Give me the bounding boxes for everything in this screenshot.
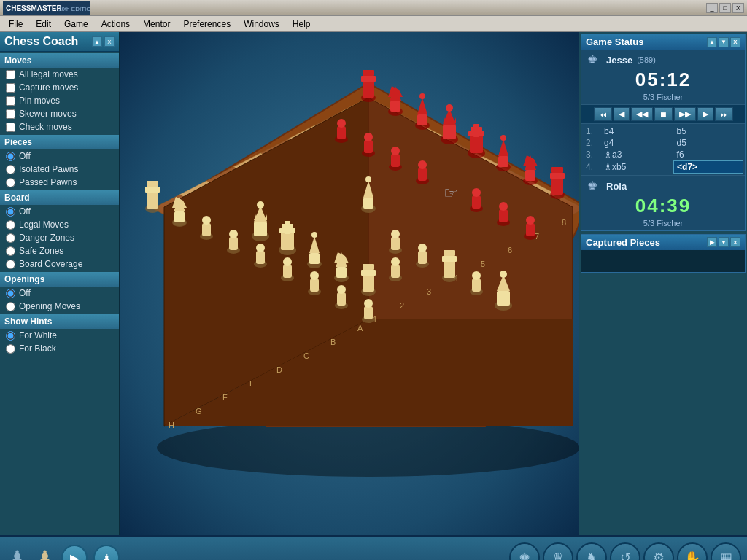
menu-help[interactable]: Help	[287, 18, 317, 31]
go-to-end-button[interactable]: ⏭	[715, 107, 733, 121]
for-black-radio[interactable]: For Black	[0, 342, 119, 355]
openings-off-input[interactable]	[6, 289, 15, 298]
svg-rect-172	[147, 190, 158, 209]
maximize-button[interactable]: □	[719, 3, 731, 13]
prev-move-button[interactable]: ◀	[614, 107, 630, 121]
chess-board-area[interactable]: A B C D E F G H 8 7 6 5 4 3 2 1	[120, 32, 579, 535]
svg-rect-139	[472, 195, 481, 209]
skewer-moves-input[interactable]	[6, 109, 15, 119]
all-legal-moves-input[interactable]	[6, 70, 15, 79]
menu-file[interactable]: File	[3, 18, 28, 31]
table-row[interactable]: 1. b4 b5	[583, 125, 743, 137]
play-button[interactable]: ▶	[61, 545, 88, 560]
menu-actions[interactable]: Actions	[96, 18, 136, 31]
for-white-radio[interactable]: For White	[0, 329, 119, 342]
hand-icon-button[interactable]: ✋	[677, 542, 708, 560]
chess-coach-collapse-button[interactable]: ▲	[92, 36, 102, 47]
chess-coach-close-button[interactable]: X	[104, 36, 115, 47]
next-move-button[interactable]: ▶	[697, 107, 713, 121]
svg-rect-211	[418, 251, 427, 264]
black-move[interactable]: f6	[674, 149, 743, 161]
passed-pawns-input[interactable]	[6, 178, 15, 187]
black-move[interactable]: d5	[674, 137, 743, 149]
next-fast-button[interactable]: ▶▶	[674, 107, 696, 121]
chess-coach-title: Chess Coach	[4, 35, 78, 48]
king-icon-button[interactable]: ♚	[509, 542, 540, 560]
chess-board[interactable]: A B C D E F G H 8 7 6 5 4 3 2 1	[135, 39, 579, 491]
check-moves-input[interactable]	[6, 122, 15, 132]
svg-text:2: 2	[400, 301, 404, 310]
menu-preferences[interactable]: Preferences	[177, 18, 236, 31]
svg-point-164	[310, 271, 319, 280]
legal-moves-radio[interactable]: Legal Moves	[0, 218, 119, 231]
board-coverage-input[interactable]	[6, 260, 15, 269]
safe-zones-radio[interactable]: Safe Zones	[0, 244, 119, 257]
knight-icon-button[interactable]: ♞	[576, 542, 607, 560]
menu-game[interactable]: Game	[58, 18, 94, 31]
board-off-radio[interactable]: Off	[0, 205, 119, 218]
passed-pawns-radio[interactable]: Passed Pawns	[0, 176, 119, 189]
player1-name: Jesse	[606, 55, 632, 66]
white-move[interactable]: ♗a3	[601, 149, 674, 161]
stop-button[interactable]: ⏹	[654, 107, 673, 121]
moves-section-header: Moves	[0, 53, 119, 68]
white-move[interactable]: ♗xb5	[601, 161, 674, 174]
svg-text:5: 5	[481, 260, 485, 268]
menu-edit[interactable]: Edit	[30, 18, 57, 31]
black-move-highlight[interactable]: <d7>	[674, 161, 743, 174]
all-legal-moves-checkbox[interactable]: All legal moves	[0, 68, 119, 81]
board-off-input[interactable]	[6, 207, 15, 217]
menu-mentor[interactable]: Mentor	[137, 18, 176, 31]
svg-rect-201	[336, 267, 347, 278]
prev-fast-button[interactable]: ◀◀	[631, 107, 653, 121]
queen-icon-button[interactable]: ♛	[543, 542, 573, 560]
table-row[interactable]: 4. ♗xb5 <d7>	[583, 161, 743, 174]
captured-expand-button[interactable]: ▶	[707, 237, 717, 247]
white-move[interactable]: g4	[601, 137, 674, 149]
safe-zones-input[interactable]	[6, 246, 15, 256]
captured-close-button[interactable]: X	[730, 237, 740, 247]
game-status-up-button[interactable]: ▲	[707, 37, 717, 47]
board-coverage-radio[interactable]: Board Coverage	[0, 257, 119, 271]
analysis-icon-button[interactable]: ⚙	[643, 542, 674, 560]
red-rook-a8	[361, 70, 376, 102]
for-black-input[interactable]	[6, 344, 15, 354]
capture-moves-input[interactable]	[6, 83, 15, 93]
pin-moves-checkbox[interactable]: Pin moves	[0, 94, 119, 107]
pieces-off-radio[interactable]: Off	[0, 149, 119, 163]
game-status-close-button[interactable]: X	[730, 37, 740, 47]
moves-icon-button[interactable]: ↺	[610, 542, 640, 560]
skewer-moves-checkbox[interactable]: Skewer moves	[0, 107, 119, 120]
menu-windows[interactable]: Windows	[238, 18, 285, 31]
book-button[interactable]: ♟	[93, 545, 120, 560]
isolated-pawns-input[interactable]	[6, 165, 15, 174]
svg-point-170	[364, 299, 373, 308]
table-row[interactable]: 2. g4 d5	[583, 137, 743, 149]
openings-off-radio[interactable]: Off	[0, 287, 119, 300]
svg-rect-119	[525, 170, 535, 181]
svg-point-209	[391, 230, 400, 238]
captured-pieces-content	[581, 250, 745, 272]
opening-moves-input[interactable]	[6, 302, 15, 311]
danger-zones-input[interactable]	[6, 233, 15, 243]
check-moves-checkbox[interactable]: Check moves	[0, 120, 119, 133]
black-move[interactable]: b5	[674, 125, 743, 137]
isolated-pawns-radio[interactable]: Isolated Pawns	[0, 163, 119, 176]
minimize-button[interactable]: _	[706, 3, 718, 13]
opening-moves-radio[interactable]: Opening Moves	[0, 300, 119, 313]
pin-moves-input[interactable]	[6, 96, 15, 106]
white-move[interactable]: b4	[601, 125, 674, 137]
pieces-off-input[interactable]	[6, 152, 15, 161]
legal-moves-input[interactable]	[6, 220, 15, 230]
svg-rect-204	[363, 273, 374, 292]
danger-zones-radio[interactable]: Danger Zones	[0, 231, 119, 244]
grid-icon-button[interactable]: ▦	[711, 542, 741, 560]
captured-down-button[interactable]: ▼	[719, 237, 729, 247]
game-status-down-button[interactable]: ▼	[719, 37, 729, 47]
table-row[interactable]: 3. ♗a3 f6	[583, 149, 743, 161]
capture-moves-checkbox[interactable]: Capture moves	[0, 81, 119, 94]
for-white-input[interactable]	[6, 331, 15, 341]
red-rook-h8	[550, 167, 565, 199]
go-to-start-button[interactable]: ⏮	[594, 107, 612, 121]
close-button[interactable]: X	[732, 3, 744, 13]
